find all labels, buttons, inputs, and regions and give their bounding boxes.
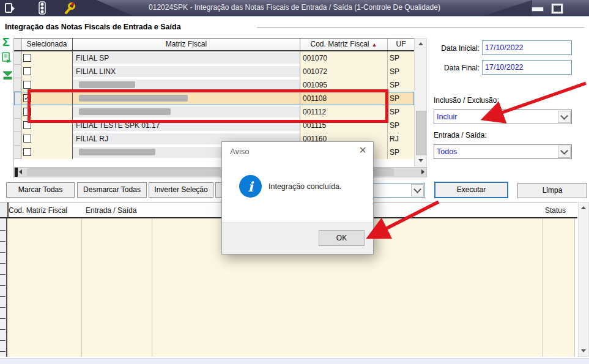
- row-indicator[interactable]: [14, 65, 21, 78]
- row-checkbox[interactable]: [23, 54, 31, 62]
- row-indicator[interactable]: [14, 51, 21, 65]
- title-bar: 012024SPK - Integração das Notas Fiscais…: [0, 0, 589, 17]
- dialog-title: Aviso: [230, 147, 250, 156]
- column-header-cod-label: Cod. Matriz Fiscal: [311, 40, 369, 48]
- redacted-text: [79, 149, 155, 155]
- row-indicator[interactable]: [14, 132, 21, 146]
- maximize-button[interactable]: [552, 4, 563, 13]
- column-header-status[interactable]: Status: [545, 206, 566, 215]
- table-row[interactable]: FILIAL TESTE SPK 01.17001115SP: [14, 119, 414, 132]
- column-header-uf[interactable]: UF: [388, 39, 414, 50]
- uf-cell: SP: [388, 65, 414, 78]
- selecionada-cell: [21, 65, 73, 78]
- row-checkbox[interactable]: [23, 121, 31, 129]
- bottom-scrollbar-strip[interactable]: [0, 358, 589, 364]
- column-header-cod-matriz-fiscal[interactable]: Cod. Matriz Fiscal▲: [300, 39, 388, 50]
- data-inicial-input[interactable]: 17/10/2022: [482, 40, 572, 55]
- row-checkbox[interactable]: [23, 81, 31, 89]
- table-row[interactable]: 001112SP: [14, 105, 414, 119]
- data-inicial-label: Data Inicial:: [428, 44, 480, 53]
- matriz-fiscal-cell: [73, 105, 300, 119]
- entrada-saida-value: Todos: [437, 147, 457, 156]
- header-gutter: [14, 39, 21, 50]
- uf-cell: SP: [388, 78, 414, 92]
- group-divider: [257, 27, 584, 28]
- row-indicator[interactable]: [14, 105, 21, 119]
- scroll-down-button[interactable]: [579, 346, 588, 356]
- limpa-button[interactable]: Limpa: [517, 183, 587, 198]
- dropdown-button[interactable]: [411, 184, 424, 196]
- selecionada-cell: [21, 132, 73, 146]
- scroll-down-button[interactable]: [415, 155, 426, 166]
- redacted-text: [79, 95, 188, 102]
- inclusao-exclusao-select[interactable]: Incluir: [434, 110, 572, 124]
- row-checkbox[interactable]: [23, 135, 31, 143]
- row-indicator[interactable]: [14, 119, 21, 132]
- row-indicator[interactable]: [14, 92, 21, 105]
- page-title: Integração das Notas Fiscais de Entrada …: [5, 23, 181, 31]
- chevron-down-icon: [560, 147, 568, 155]
- vertical-scrollbar[interactable]: [578, 202, 589, 357]
- sum-icon[interactable]: Σ: [2, 35, 9, 49]
- row-indicator[interactable]: [14, 78, 21, 92]
- ok-button[interactable]: OK: [319, 230, 365, 246]
- cod-matriz-cell: 001115: [300, 119, 388, 132]
- table-row[interactable]: FILIAL SP001070SP: [14, 51, 414, 65]
- matriz-fiscal-value: FILIAL TESTE SPK 01.17: [76, 121, 160, 130]
- matriz-fiscal-cell: [73, 78, 300, 92]
- dialog-message: Integração concluída.: [269, 182, 342, 191]
- entrada-saida-label: Entrada / Saída:: [434, 131, 487, 139]
- column-divider: [574, 218, 575, 357]
- row-indicator[interactable]: [14, 146, 21, 159]
- minimize-button[interactable]: [532, 7, 544, 12]
- scroll-up-button[interactable]: [579, 202, 588, 213]
- selecionada-cell: [21, 105, 73, 119]
- uf-cell: SP: [388, 51, 414, 65]
- marcar-todas-button[interactable]: Marcar Todas: [6, 182, 75, 198]
- selecionada-cell: [21, 119, 73, 132]
- splitter-notch[interactable]: [15, 168, 18, 177]
- redacted-text: [79, 81, 135, 88]
- selecionada-cell: [21, 78, 73, 92]
- cod-matriz-cell: 001108: [300, 92, 388, 105]
- matriz-fiscal-cell: FILIAL LINX: [73, 65, 300, 78]
- table-row[interactable]: 001095SP: [14, 78, 414, 92]
- redacted-text: [79, 108, 171, 115]
- column-divider: [81, 218, 82, 357]
- uf-cell: SP: [388, 105, 414, 119]
- row-checkbox[interactable]: [23, 108, 31, 116]
- column-header-cod-matriz[interactable]: Cod. Matriz Fiscal: [9, 206, 67, 215]
- table-row[interactable]: 001108SP: [14, 92, 414, 105]
- vertical-scrollbar[interactable]: [414, 38, 427, 166]
- scroll-right-button[interactable]: [421, 169, 424, 174]
- sort-asc-icon: ▲: [372, 42, 377, 48]
- entrada-saida-select[interactable]: Todos: [434, 144, 572, 159]
- column-divider: [152, 218, 152, 357]
- matriz-fiscal-cell: FILIAL SP: [73, 51, 300, 65]
- table-header-row: Selecionada Matriz Fiscal Cod. Matriz Fi…: [14, 38, 414, 51]
- uf-cell: SP: [388, 146, 414, 159]
- scroll-left-button[interactable]: [19, 169, 22, 174]
- data-final-input[interactable]: 17/10/2022: [482, 60, 572, 75]
- scroll-up-button[interactable]: [415, 39, 426, 49]
- desmarcar-todas-button[interactable]: Desmarcar Todas: [77, 182, 147, 198]
- column-header-selecionada[interactable]: Selecionada: [21, 39, 73, 50]
- export-copy-icon[interactable]: [1, 52, 13, 66]
- inclusao-exclusao-value: Incluir: [437, 113, 457, 121]
- column-header-matriz-fiscal[interactable]: Matriz Fiscal: [73, 39, 300, 50]
- dropdown-button[interactable]: [558, 146, 571, 158]
- cod-matriz-cell: 001072: [300, 65, 388, 78]
- scrollbar-thumb[interactable]: [416, 111, 426, 157]
- close-icon[interactable]: ×: [359, 143, 366, 157]
- column-header-entrada-saida[interactable]: Entrada / Saída: [86, 206, 136, 215]
- header-gutter: [0, 202, 9, 217]
- data-final-label: Data Final:: [428, 64, 480, 72]
- inverter-selecao-button[interactable]: Inverter Seleção: [149, 182, 213, 198]
- row-checkbox[interactable]: [23, 94, 31, 102]
- executar-button[interactable]: Executar: [434, 182, 508, 198]
- dropdown-button[interactable]: [558, 111, 571, 123]
- row-checkbox[interactable]: [23, 67, 31, 75]
- row-checkbox[interactable]: [23, 148, 31, 156]
- filter-down-icon[interactable]: [2, 70, 13, 83]
- table-row[interactable]: FILIAL LINX001072SP: [14, 65, 414, 78]
